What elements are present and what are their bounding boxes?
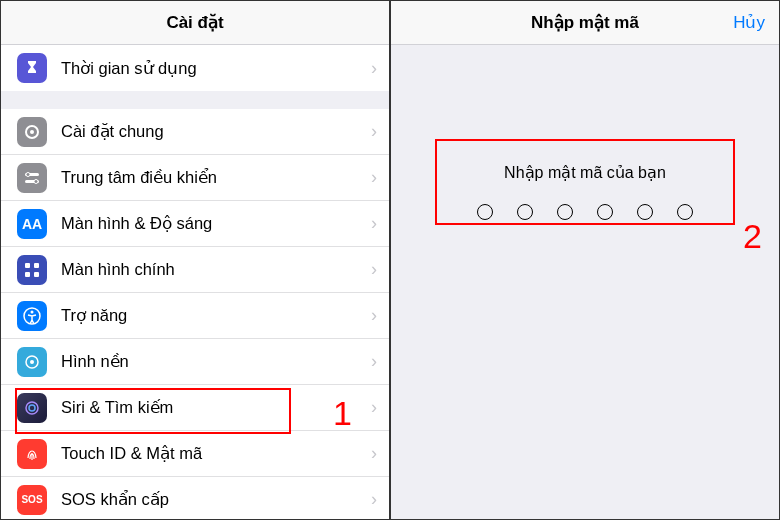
row-screen-time[interactable]: Thời gian sử dụng › <box>1 45 389 91</box>
chevron-right-icon: › <box>371 58 377 79</box>
passcode-area: Nhập mật mã của bạn <box>391 45 779 519</box>
passcode-dot <box>597 204 613 220</box>
passcode-dot <box>517 204 533 220</box>
fingerprint-icon <box>17 439 47 469</box>
svg-point-13 <box>30 360 34 364</box>
row-label: Màn hình & Độ sáng <box>61 214 371 233</box>
chevron-right-icon: › <box>371 305 377 326</box>
accessibility-icon <box>17 301 47 331</box>
row-emergency-sos[interactable]: SOS SOS khẩn cấp › <box>1 477 389 519</box>
nav-title: Nhập mật mã <box>531 12 639 33</box>
settings-content: Thời gian sử dụng › Cài đặt chung › Trun… <box>1 45 389 519</box>
row-display-brightness[interactable]: AA Màn hình & Độ sáng › <box>1 201 389 247</box>
switches-icon <box>17 163 47 193</box>
chevron-right-icon: › <box>371 213 377 234</box>
settings-group-1: Thời gian sử dụng › <box>1 45 389 91</box>
cancel-button[interactable]: Hủy <box>733 12 765 33</box>
row-label: Trợ năng <box>61 306 371 325</box>
row-general[interactable]: Cài đặt chung › <box>1 109 389 155</box>
settings-group-2: Cài đặt chung › Trung tâm điều khiển › A… <box>1 109 389 519</box>
chevron-right-icon: › <box>371 351 377 372</box>
hourglass-icon <box>17 53 47 83</box>
row-wallpaper[interactable]: Hình nền › <box>1 339 389 385</box>
passcode-dot <box>557 204 573 220</box>
svg-rect-9 <box>34 272 39 277</box>
chevron-right-icon: › <box>371 121 377 142</box>
siri-icon <box>17 393 47 423</box>
svg-point-11 <box>31 310 34 313</box>
aa-icon: AA <box>17 209 47 239</box>
sos-icon: SOS <box>17 485 47 515</box>
row-accessibility[interactable]: Trợ năng › <box>1 293 389 339</box>
passcode-dot <box>677 204 693 220</box>
gear-icon <box>17 117 47 147</box>
chevron-right-icon: › <box>371 489 377 510</box>
passcode-dot <box>637 204 653 220</box>
row-label: Siri & Tìm kiếm <box>61 398 371 417</box>
wallpaper-icon <box>17 347 47 377</box>
passcode-dots[interactable] <box>477 204 693 220</box>
row-siri-search[interactable]: Siri & Tìm kiếm › <box>1 385 389 431</box>
svg-rect-6 <box>25 263 30 268</box>
passcode-prompt: Nhập mật mã của bạn <box>477 163 693 182</box>
row-label: Cài đặt chung <box>61 122 371 141</box>
navbar: Nhập mật mã Hủy <box>391 1 779 45</box>
svg-point-4 <box>26 172 30 176</box>
chevron-right-icon: › <box>371 397 377 418</box>
passcode-screen: Nhập mật mã Hủy Nhập mật mã của bạn 2 <box>390 0 780 520</box>
chevron-right-icon: › <box>371 259 377 280</box>
row-label: Hình nền <box>61 352 371 371</box>
navbar: Cài đặt <box>1 1 389 45</box>
row-touch-id-passcode[interactable]: Touch ID & Mật mã › <box>1 431 389 477</box>
svg-point-15 <box>29 405 35 411</box>
row-label: SOS khẩn cấp <box>61 490 371 509</box>
svg-rect-8 <box>25 272 30 277</box>
nav-title: Cài đặt <box>166 12 223 33</box>
row-label: Touch ID & Mật mã <box>61 444 371 463</box>
svg-point-5 <box>34 179 38 183</box>
svg-point-1 <box>30 130 34 134</box>
svg-rect-7 <box>34 263 39 268</box>
svg-point-14 <box>26 402 38 414</box>
chevron-right-icon: › <box>371 443 377 464</box>
row-control-center[interactable]: Trung tâm điều khiển › <box>1 155 389 201</box>
chevron-right-icon: › <box>371 167 377 188</box>
row-home-screen[interactable]: Màn hình chính › <box>1 247 389 293</box>
passcode-dot <box>477 204 493 220</box>
settings-screen: Cài đặt Thời gian sử dụng › Cài đặt chun… <box>0 0 390 520</box>
row-label: Thời gian sử dụng <box>61 59 371 78</box>
grid-icon <box>17 255 47 285</box>
row-label: Trung tâm điều khiển <box>61 168 371 187</box>
row-label: Màn hình chính <box>61 260 371 279</box>
passcode-box: Nhập mật mã của bạn <box>437 145 733 246</box>
